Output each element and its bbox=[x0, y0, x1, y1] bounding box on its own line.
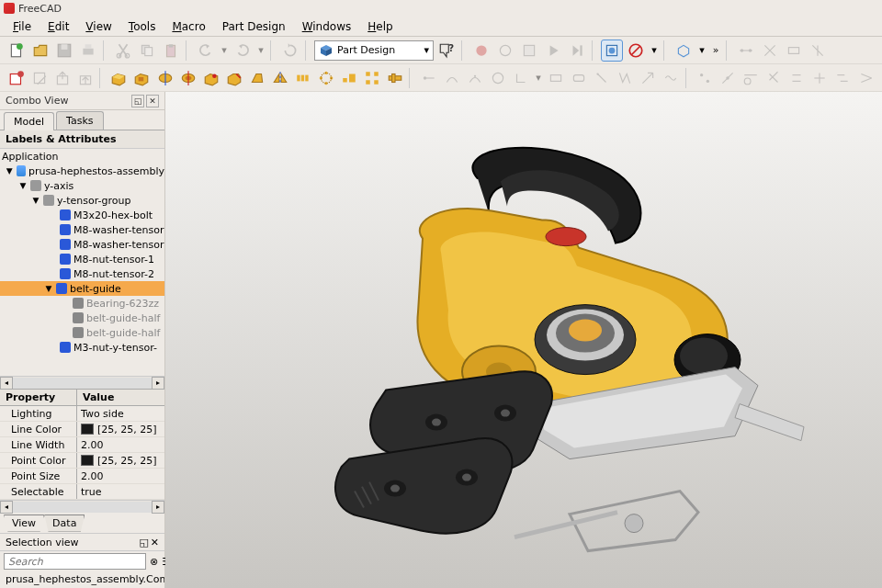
tree-item[interactable]: M8-washer-tensor bbox=[0, 222, 164, 237]
draw-style-button[interactable] bbox=[673, 40, 695, 62]
sketch-geom-10[interactable] bbox=[638, 67, 659, 89]
refresh-button[interactable] bbox=[279, 40, 301, 62]
menu-file[interactable]: File bbox=[6, 18, 39, 35]
more-toolbar-button[interactable]: » bbox=[709, 40, 722, 62]
prop-row-pointcolor[interactable]: Point Color[25, 25, 25] bbox=[0, 453, 164, 469]
linear-pattern-button[interactable] bbox=[292, 67, 313, 89]
sketch-geom-8[interactable] bbox=[592, 67, 613, 89]
tree-item[interactable]: M8-washer-tensor bbox=[0, 237, 164, 252]
tree-item[interactable]: M8-nut-tensor-2 bbox=[0, 266, 164, 281]
bounding-box-toggle[interactable] bbox=[601, 40, 623, 62]
tab-view[interactable]: View bbox=[4, 514, 44, 532]
tree-item[interactable]: Bearing-623zz bbox=[0, 296, 164, 311]
polar-pattern-button[interactable] bbox=[315, 67, 336, 89]
sketch-geom-1[interactable] bbox=[418, 67, 439, 89]
constraint-1-button[interactable] bbox=[735, 40, 757, 62]
sketch-const-6[interactable] bbox=[809, 67, 831, 89]
sketch-geom-7[interactable] bbox=[569, 67, 590, 89]
sketch-const-4[interactable] bbox=[763, 67, 785, 89]
sketch-export-button[interactable] bbox=[51, 67, 73, 89]
prop-hscroll[interactable]: ◂ ▸ bbox=[0, 500, 164, 513]
cut-button[interactable] bbox=[112, 40, 134, 62]
whats-this-button[interactable]: ? bbox=[435, 40, 458, 62]
revolution-button[interactable] bbox=[154, 67, 175, 89]
clipping-dropdown[interactable]: ▾ bbox=[649, 40, 660, 62]
menu-help[interactable]: Help bbox=[360, 18, 400, 35]
redo-dropdown[interactable]: ▾ bbox=[255, 40, 266, 62]
fillet-button[interactable] bbox=[200, 67, 221, 89]
scroll-right-button[interactable]: ▸ bbox=[152, 377, 164, 390]
menu-part-design[interactable]: Part Design bbox=[215, 18, 293, 35]
selection-search-input[interactable] bbox=[4, 553, 146, 570]
constraint-3-button[interactable] bbox=[783, 40, 805, 62]
search-clear-icon[interactable]: ⊗ bbox=[150, 554, 158, 569]
sketch-geom-dropdown[interactable]: ▾ bbox=[533, 67, 544, 89]
tree-item[interactable]: belt-guide-half bbox=[0, 311, 164, 325]
draw-style-dropdown[interactable]: ▾ bbox=[696, 40, 707, 62]
constraint-2-button[interactable] bbox=[759, 40, 781, 62]
scroll-right-button[interactable]: ▸ bbox=[152, 501, 164, 514]
menu-windows[interactable]: Windows bbox=[295, 18, 359, 35]
open-button[interactable] bbox=[29, 40, 51, 62]
sketch-geom-2[interactable] bbox=[441, 67, 462, 89]
pocket-button[interactable] bbox=[131, 67, 153, 89]
tree-yaxis[interactable]: ▼y-axis bbox=[0, 178, 164, 193]
panel-close-button[interactable]: ✕ bbox=[146, 95, 159, 107]
prop-row-selectable[interactable]: Selectabletrue bbox=[0, 484, 164, 500]
multitransform-button[interactable] bbox=[361, 67, 382, 89]
sketch-geom-3[interactable] bbox=[464, 67, 485, 89]
panel-float-button[interactable]: ◱ bbox=[131, 95, 144, 107]
sketch-map-button[interactable] bbox=[74, 67, 96, 89]
tree-root[interactable]: ▼prusa-hephestos-assembly bbox=[0, 164, 164, 178]
menu-macro[interactable]: Macro bbox=[164, 18, 212, 35]
scroll-left-button[interactable]: ◂ bbox=[0, 377, 13, 390]
panel-float-button[interactable]: ◱ bbox=[139, 537, 148, 548]
menu-edit[interactable]: Edit bbox=[40, 18, 76, 35]
undo-dropdown[interactable]: ▾ bbox=[219, 40, 230, 62]
sketch-const-1[interactable] bbox=[695, 67, 716, 89]
prop-row-linecolor[interactable]: Line Color[25, 25, 25] bbox=[0, 422, 164, 437]
copy-button[interactable] bbox=[136, 40, 158, 62]
tree-item[interactable]: belt-guide-half bbox=[0, 325, 164, 340]
paste-button[interactable] bbox=[160, 40, 182, 62]
redo-button[interactable] bbox=[232, 40, 254, 62]
macro-list-button[interactable] bbox=[518, 40, 540, 62]
clipping-button[interactable] bbox=[625, 40, 647, 62]
workbench-selector[interactable]: Part Design ▾ bbox=[314, 40, 434, 61]
save-button[interactable] bbox=[53, 40, 75, 62]
3d-viewport[interactable] bbox=[165, 92, 882, 588]
macro-record-button[interactable] bbox=[470, 40, 492, 62]
tree-item[interactable]: M3x20-hex-bolt bbox=[0, 208, 164, 222]
tree-belt-guide[interactable]: ▼belt-guide bbox=[0, 281, 164, 296]
pad-button[interactable] bbox=[108, 67, 130, 89]
sketch-geom-9[interactable] bbox=[615, 67, 636, 89]
macro-play-button[interactable] bbox=[542, 40, 564, 62]
sketch-const-3[interactable] bbox=[741, 67, 762, 89]
shaft-wizard-button[interactable] bbox=[384, 67, 405, 89]
prop-row-lighting[interactable]: LightingTwo side bbox=[0, 406, 164, 422]
scroll-left-button[interactable]: ◂ bbox=[0, 501, 13, 514]
sketch-const-2[interactable] bbox=[718, 67, 739, 89]
tree-ytensor[interactable]: ▼y-tensor-group bbox=[0, 193, 164, 208]
model-tree[interactable]: Application ▼prusa-hephestos-assembly ▼y… bbox=[0, 149, 164, 376]
tree-application[interactable]: Application bbox=[0, 149, 164, 164]
prop-row-linewidth[interactable]: Line Width2.00 bbox=[0, 437, 164, 453]
sketch-geom-11[interactable] bbox=[661, 67, 682, 89]
sketch-geom-4[interactable] bbox=[487, 67, 508, 89]
groove-button[interactable] bbox=[177, 67, 198, 89]
print-button[interactable] bbox=[77, 40, 99, 62]
tab-model[interactable]: Model bbox=[4, 112, 54, 130]
sketch-geom-5[interactable] bbox=[510, 67, 531, 89]
tree-hscroll[interactable]: ◂ ▸ bbox=[0, 376, 164, 389]
prop-row-pointsize[interactable]: Point Size2.00 bbox=[0, 469, 164, 484]
tree-item[interactable]: M8-nut-tensor-1 bbox=[0, 252, 164, 266]
undo-button[interactable] bbox=[195, 40, 217, 62]
menu-tools[interactable]: Tools bbox=[121, 18, 164, 35]
sketch-const-8[interactable] bbox=[855, 67, 876, 89]
new-button[interactable] bbox=[6, 40, 28, 62]
scaled-button[interactable] bbox=[338, 67, 359, 89]
constraint-4-button[interactable] bbox=[807, 40, 829, 62]
macro-stop-button[interactable] bbox=[494, 40, 516, 62]
sketch-new-button[interactable] bbox=[6, 67, 27, 89]
sketch-geom-6[interactable] bbox=[546, 67, 567, 89]
